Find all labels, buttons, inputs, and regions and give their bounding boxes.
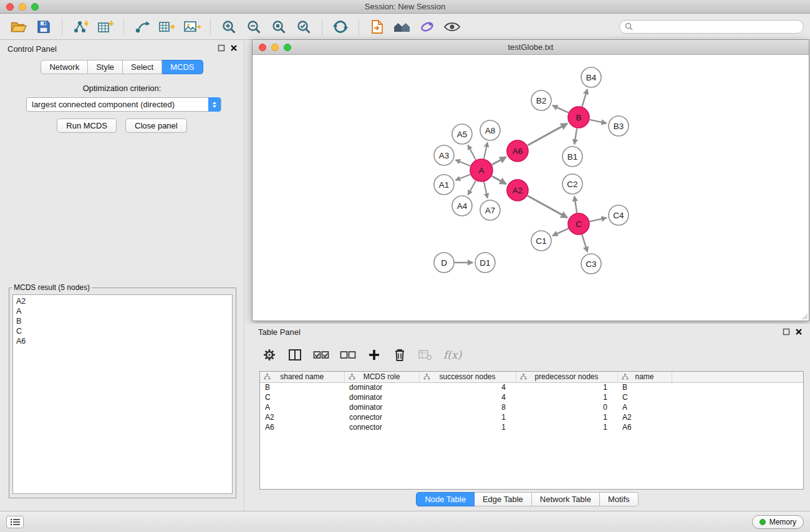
graph-node-A8[interactable]: A8 xyxy=(480,120,500,140)
zoom-in-button[interactable] xyxy=(218,17,239,37)
graph-node-A5[interactable]: A5 xyxy=(452,124,472,144)
zoom-window-button[interactable] xyxy=(31,3,39,11)
tab-motifs[interactable]: Motifs xyxy=(600,492,639,506)
float-panel-icon[interactable] xyxy=(218,44,225,52)
close-table-panel-icon[interactable] xyxy=(795,328,803,336)
graph-node-A3[interactable]: A3 xyxy=(434,145,454,165)
graph-edge-A-A7[interactable] xyxy=(484,182,488,198)
graph-node-C1[interactable]: C1 xyxy=(531,231,551,251)
minimize-network-window-button[interactable] xyxy=(271,44,279,51)
graph-edge-B-B2[interactable] xyxy=(552,105,568,112)
graph-node-B3[interactable]: B3 xyxy=(609,116,629,136)
table-row[interactable]: A2connector11A2 xyxy=(260,412,803,422)
float-table-panel-icon[interactable] xyxy=(783,328,790,336)
tab-select[interactable]: Select xyxy=(123,60,162,74)
graph-edge-C-C1[interactable] xyxy=(552,228,568,235)
refresh-button[interactable] xyxy=(330,17,351,37)
export-table-button[interactable] xyxy=(157,17,178,37)
search-input[interactable] xyxy=(636,22,798,31)
zoom-out-button[interactable] xyxy=(243,17,264,37)
result-item[interactable]: B xyxy=(13,316,232,326)
table-row[interactable]: A6connector11A6 xyxy=(260,422,803,432)
graph-edge-A6-B[interactable] xyxy=(528,123,567,145)
graph-node-C4[interactable]: C4 xyxy=(609,205,629,225)
search-field[interactable] xyxy=(619,20,804,34)
table-settings-button[interactable] xyxy=(262,346,277,364)
column-header-name[interactable]: name xyxy=(617,372,672,382)
graph-edge-A2-C[interactable] xyxy=(528,196,567,218)
function-builder-button[interactable]: f(x) xyxy=(443,346,461,364)
export-image-button[interactable] xyxy=(181,17,203,37)
optimization-criterion-dropdown[interactable]: largest connected component (directed) xyxy=(26,97,221,112)
graph-edge-C-C2[interactable] xyxy=(574,196,577,213)
apps-button[interactable] xyxy=(417,17,438,37)
graph-edge-A-A4[interactable] xyxy=(468,181,476,195)
graph-node-D[interactable]: D xyxy=(434,253,454,273)
home-views-button[interactable] xyxy=(392,17,413,37)
close-window-button[interactable] xyxy=(6,3,14,11)
tab-style[interactable]: Style xyxy=(88,60,123,74)
close-network-window-button[interactable] xyxy=(259,44,266,51)
table-row[interactable]: Bdominator41B xyxy=(260,382,803,392)
graph-edge-A-A1[interactable] xyxy=(456,175,471,180)
close-panel-button[interactable]: Close panel xyxy=(125,118,187,133)
graph-node-B[interactable]: B xyxy=(568,107,589,128)
zoom-selected-button[interactable] xyxy=(293,17,314,37)
result-item[interactable]: A xyxy=(13,306,232,316)
minimize-window-button[interactable] xyxy=(19,3,26,11)
result-item[interactable]: A6 xyxy=(13,336,232,346)
tab-network[interactable]: Network xyxy=(41,60,88,74)
graph-node-A4[interactable]: A4 xyxy=(452,196,472,216)
graph-node-B4[interactable]: B4 xyxy=(581,67,601,87)
graph-edge-C-C4[interactable] xyxy=(590,218,607,221)
open-session-button[interactable] xyxy=(8,17,29,37)
tab-node-table[interactable]: Node Table xyxy=(416,492,475,506)
document-export-button[interactable] xyxy=(367,17,388,37)
graph-node-A7[interactable]: A7 xyxy=(480,200,500,220)
table-row[interactable]: Cdominator41C xyxy=(260,392,803,402)
tab-mcds[interactable]: MCDS xyxy=(162,60,203,74)
resize-grip-icon[interactable] xyxy=(801,312,808,320)
graph-edge-A-A3[interactable] xyxy=(456,160,471,166)
export-network-button[interactable] xyxy=(132,17,153,37)
graph-node-D1[interactable]: D1 xyxy=(475,253,495,273)
graph-edge-A-A6[interactable] xyxy=(492,157,506,165)
graph-edge-A-A5[interactable] xyxy=(468,145,476,160)
column-header-MCDS-role[interactable]: MCDS role xyxy=(344,372,419,382)
graph-edge-B-B3[interactable] xyxy=(590,120,607,123)
graph-node-A[interactable]: A xyxy=(470,159,493,181)
result-item[interactable]: C xyxy=(13,326,232,336)
graph-node-B2[interactable]: B2 xyxy=(531,90,551,110)
graph-edge-A-A2[interactable] xyxy=(492,176,506,184)
tab-edge-table[interactable]: Edge Table xyxy=(475,492,532,506)
memory-button[interactable]: Memory xyxy=(752,515,804,529)
graph-node-C[interactable]: C xyxy=(568,213,589,235)
add-column-button[interactable] xyxy=(367,346,382,364)
graph-node-C2[interactable]: C2 xyxy=(562,174,582,194)
graph-node-B1[interactable]: B1 xyxy=(562,147,582,167)
show-hide-button[interactable] xyxy=(441,17,463,37)
zoom-network-window-button[interactable] xyxy=(284,44,291,51)
column-header-shared-name[interactable]: shared name xyxy=(260,372,344,382)
graph-node-A1[interactable]: A1 xyxy=(434,175,454,195)
save-session-button[interactable] xyxy=(33,17,54,37)
select-all-button[interactable] xyxy=(313,346,329,364)
close-panel-icon[interactable] xyxy=(230,44,238,52)
tab-network-table[interactable]: Network Table xyxy=(532,492,600,506)
column-header-successor-nodes[interactable]: successor nodes xyxy=(419,372,516,382)
graph-edge-C-C3[interactable] xyxy=(582,235,587,252)
graph-edge-B-B4[interactable] xyxy=(582,89,587,107)
table-row[interactable]: Adominator80A xyxy=(260,402,803,412)
show-columns-button[interactable] xyxy=(287,346,302,364)
run-mcds-button[interactable]: Run MCDS xyxy=(57,118,117,133)
result-item[interactable]: A2 xyxy=(13,296,232,306)
column-header-predecessor-nodes[interactable]: predecessor nodes xyxy=(516,372,617,382)
import-table-button[interactable] xyxy=(95,17,116,37)
graph-node-C3[interactable]: C3 xyxy=(581,254,601,274)
graph-edge-B-B1[interactable] xyxy=(574,128,577,144)
import-network-button[interactable] xyxy=(70,17,91,37)
network-window-titlebar[interactable]: testGlobe.txt xyxy=(253,40,809,55)
network-canvas[interactable]: B4B2BB3A5A8A6A3B1AC2A1A2A4A7C4CC1DD1C3 xyxy=(253,55,809,321)
delete-table-button[interactable] xyxy=(418,346,433,364)
graph-node-A2[interactable]: A2 xyxy=(507,180,528,201)
